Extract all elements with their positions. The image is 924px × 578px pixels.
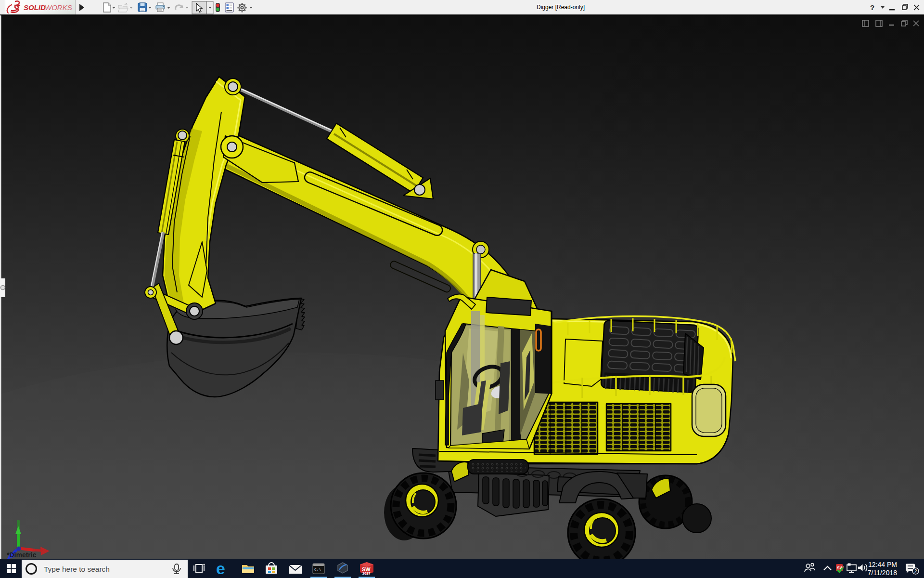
- svg-text:SW: SW: [837, 565, 844, 570]
- svg-text:SOLID: SOLID: [24, 3, 46, 12]
- svg-text:Type here to search: Type here to search: [44, 565, 110, 573]
- svg-text:12:44 PM: 12:44 PM: [868, 561, 897, 568]
- svg-text:?: ?: [870, 3, 874, 12]
- svg-text:2: 2: [914, 569, 917, 574]
- svg-text:7/11/2018: 7/11/2018: [868, 569, 897, 577]
- svg-text:e: e: [216, 559, 225, 578]
- svg-text:2017: 2017: [362, 571, 371, 576]
- svg-text:WORKS: WORKS: [45, 3, 72, 12]
- svg-text:*Dimetric: *Dimetric: [7, 551, 37, 559]
- svg-text:C:\_: C:\_: [314, 567, 323, 572]
